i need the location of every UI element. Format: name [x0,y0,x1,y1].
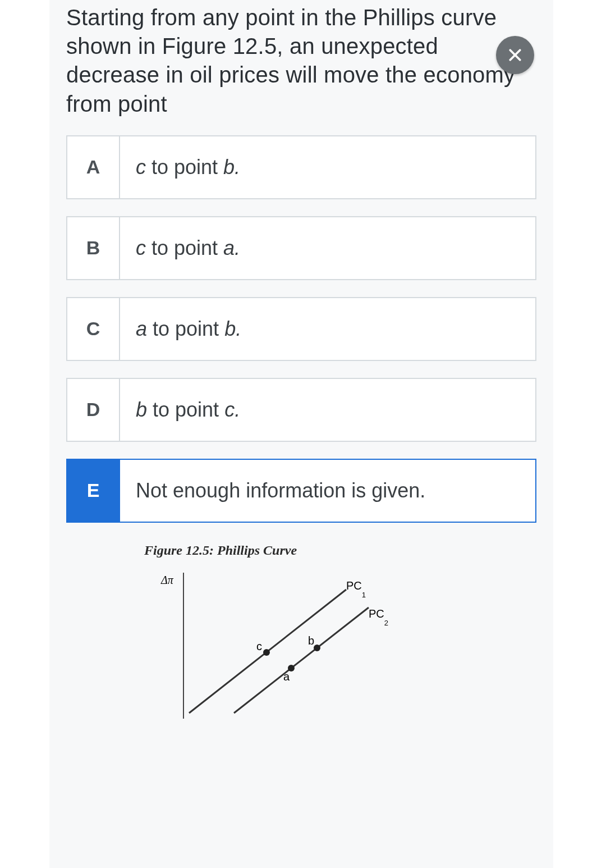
option-letter: B [67,217,120,279]
option-E[interactable]: E Not enough information is given. [66,459,536,523]
option-A[interactable]: A c to point b. [66,135,536,199]
point-label-b: b [308,634,314,647]
option-B[interactable]: B c to point a. [66,216,536,280]
option-letter: C [67,298,120,360]
option-text: b to point c. [120,379,535,441]
option-letter: D [67,379,120,441]
y-axis-label: Δπ [160,574,174,586]
curve-label-pc1: PC1 [346,579,366,599]
point-label-c: c [256,640,262,652]
svg-point-5 [263,649,270,656]
option-text: a to point b. [120,298,535,360]
page: Starting from any point in the Phillips … [0,0,597,868]
option-text: c to point b. [120,136,535,198]
svg-point-7 [314,645,320,651]
option-text: Not enough information is given. [120,460,535,522]
figure: Figure 12.5: Phillips Curve Δπ PC1 [144,543,458,727]
option-D[interactable]: D b to point c. [66,378,536,442]
point-label-a: a [283,670,290,683]
close-button[interactable] [496,36,534,74]
question-text: Starting from any point in the Phillips … [66,0,536,135]
option-text: c to point a. [120,217,535,279]
options-list: A c to point b. B c to point a. C a to p… [66,135,536,523]
option-C[interactable]: C a to point b. [66,297,536,361]
figure-title: Figure 12.5: Phillips Curve [144,543,458,558]
svg-line-4 [234,607,369,713]
curve-label-pc2: PC2 [369,607,388,627]
option-letter: E [67,460,120,522]
option-letter: A [67,136,120,198]
quiz-card: Starting from any point in the Phillips … [49,0,553,868]
phillips-curve-chart: Δπ PC1 PC2 c b a [144,567,436,724]
close-icon [507,47,523,63]
